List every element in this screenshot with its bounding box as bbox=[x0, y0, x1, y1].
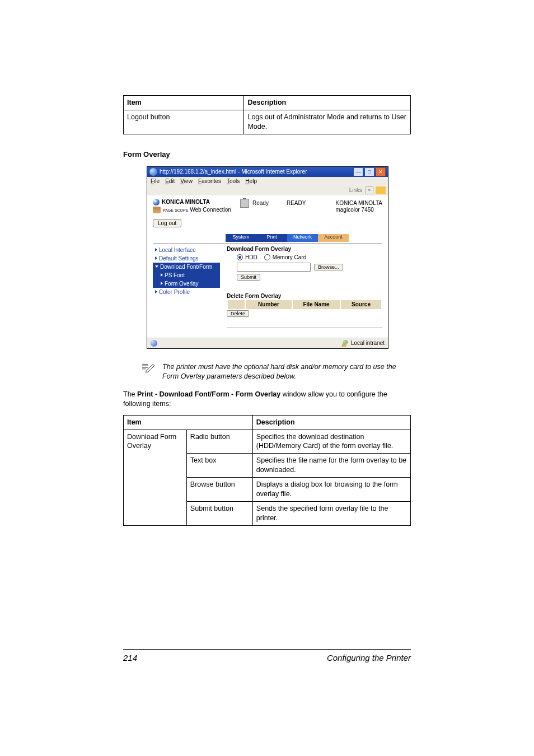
t2-desc-browse: Displays a dialog box for browsing to th… bbox=[252, 478, 410, 502]
links-label[interactable]: Links bbox=[349, 187, 362, 193]
t2-desc-radio: Specifies the download destination (HDD/… bbox=[252, 430, 410, 454]
delete-table: Number File Name Source bbox=[227, 300, 382, 309]
description-table-2: Item Description Download Form Overlay R… bbox=[123, 415, 411, 526]
description-table-1: Item Description Logout button Logs out … bbox=[123, 95, 411, 134]
del-th-blank bbox=[227, 300, 245, 309]
footer-section-title: Configuring the Printer bbox=[327, 653, 411, 662]
close-icon[interactable]: ✕ bbox=[376, 167, 386, 176]
delete-button[interactable]: Delete bbox=[227, 310, 249, 317]
th-desc: Description bbox=[244, 96, 411, 110]
del-th-number: Number bbox=[245, 300, 292, 309]
km-globe-icon bbox=[153, 199, 160, 206]
screenshot-window: http://192.168.1.2/a_index.html - Micros… bbox=[147, 166, 388, 349]
t2-item: Download Form Overlay bbox=[124, 430, 187, 525]
radio-hdd[interactable] bbox=[237, 254, 243, 260]
file-input[interactable] bbox=[237, 263, 311, 272]
download-form-overlay-heading: Download Form Overlay bbox=[227, 246, 382, 252]
tab-print[interactable]: Print bbox=[256, 234, 287, 242]
t2-th-item: Item bbox=[124, 415, 253, 430]
ready-big: READY bbox=[287, 200, 306, 206]
sidebar-item-download-font-form[interactable]: Download Font/Form bbox=[153, 263, 220, 271]
maximize-icon[interactable]: □ bbox=[364, 167, 374, 176]
sidebar-item-color-profile[interactable]: Color Profile bbox=[153, 288, 220, 296]
radio-memory-card-label: Memory Card bbox=[273, 254, 307, 260]
status-ie-icon bbox=[151, 340, 157, 347]
browse-button[interactable]: Browse... bbox=[314, 264, 343, 270]
del-th-source: Source bbox=[340, 300, 382, 309]
t2-sub-radio: Radio button bbox=[186, 430, 252, 454]
t2-sub-textbox: Text box bbox=[186, 454, 252, 478]
ready-small: Ready bbox=[252, 200, 269, 206]
sidebar-item-local-interface[interactable]: Local Interface bbox=[153, 246, 220, 254]
t2-sub-browse: Browse button bbox=[186, 478, 252, 502]
brand-text: KONICA MINOLTA bbox=[162, 199, 210, 205]
t2-sub-submit: Submit button bbox=[186, 501, 252, 525]
pagescope-icon bbox=[153, 207, 161, 213]
intro-paragraph: The Print - Download Font/Form - Form Ov… bbox=[123, 390, 411, 409]
t2-desc-submit: Sends the specified form overlay file to… bbox=[252, 501, 410, 525]
tab-network[interactable]: Network bbox=[287, 234, 318, 242]
ie-icon bbox=[149, 168, 157, 176]
td-item: Logout button bbox=[124, 110, 244, 134]
submit-button[interactable]: Submit bbox=[237, 274, 260, 281]
t2-th-desc: Description bbox=[252, 415, 410, 430]
menu-view[interactable]: View bbox=[180, 178, 193, 184]
del-th-filename: File Name bbox=[292, 300, 340, 309]
web-connection-label: Web Connection bbox=[190, 207, 231, 213]
menu-file[interactable]: File bbox=[151, 178, 160, 184]
tab-account[interactable]: Account bbox=[318, 234, 349, 242]
minimize-icon[interactable]: — bbox=[353, 167, 363, 176]
menu-favorites[interactable]: Favorites bbox=[198, 178, 221, 184]
sidebar-item-ps-font[interactable]: PS Font bbox=[153, 271, 220, 279]
right-brand: KONICA MINOLTA bbox=[335, 200, 382, 207]
page-footer: 214 Configuring the Printer bbox=[123, 649, 411, 662]
chevron-right-icon[interactable]: » bbox=[366, 186, 373, 194]
tab-system[interactable]: System bbox=[226, 234, 256, 242]
radio-memory-card[interactable] bbox=[264, 254, 270, 260]
section-heading: Form Overlay bbox=[123, 150, 411, 158]
menu-tools[interactable]: Tools bbox=[227, 178, 240, 184]
note-text: The printer must have the optional hard … bbox=[162, 362, 411, 382]
sidebar-item-default-settings[interactable]: Default Settings bbox=[153, 254, 220, 263]
printer-icon bbox=[240, 199, 249, 208]
throbber-icon bbox=[376, 186, 386, 194]
right-model: magicolor 7450 bbox=[335, 207, 382, 213]
note-icon bbox=[141, 362, 157, 372]
logout-button[interactable]: Log out bbox=[153, 219, 181, 227]
intranet-zone-icon bbox=[342, 340, 349, 347]
status-zone-label: Local intranet bbox=[351, 340, 385, 346]
menu-help[interactable]: Help bbox=[245, 178, 257, 184]
menu-edit[interactable]: Edit bbox=[165, 178, 175, 184]
page-number: 214 bbox=[123, 653, 137, 662]
delete-form-overlay-heading: Delete Form Overlay bbox=[227, 293, 382, 299]
th-item: Item bbox=[124, 96, 244, 110]
td-desc: Logs out of Administrator Mode and retur… bbox=[244, 110, 411, 134]
radio-hdd-label: HDD bbox=[245, 254, 257, 260]
sidebar-item-form-overlay[interactable]: Form Overlay bbox=[153, 279, 220, 288]
window-title: http://192.168.1.2/a_index.html - Micros… bbox=[160, 169, 307, 175]
pagescope-small: PAGE SCOPE bbox=[163, 208, 188, 212]
t2-desc-textbox: Specifies the file name for the form ove… bbox=[252, 454, 410, 478]
